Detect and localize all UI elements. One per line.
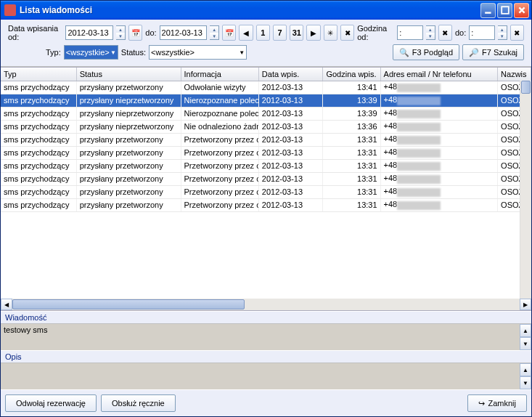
cell-godz: 13:39: [323, 107, 380, 120]
cell-data: 2012-03-13: [258, 94, 323, 107]
calendar-to-icon[interactable]: 📅: [222, 25, 236, 41]
cell-info: Przetworzony przez o: [181, 172, 258, 185]
toolbar: Data wpisania od: 2012-03-13 ▲▼ 📅 do: 20…: [1, 20, 531, 67]
cell-godz: 13:31: [323, 146, 380, 159]
bottom-toolbar: Odwołaj rezerwację Obsłuż ręcznie ↪Zamkn…: [1, 389, 531, 416]
date-to-input[interactable]: 2012-03-13: [160, 25, 208, 40]
cell-godz: 13:41: [323, 81, 380, 94]
table-row[interactable]: sms przychodzącyprzysłany przetworzonyPr…: [1, 159, 531, 172]
opis-section-body: ▲▼: [1, 363, 531, 389]
calendar-from-icon[interactable]: 📅: [128, 25, 142, 41]
table-row[interactable]: sms przychodzącyprzysłany nieprzetworzon…: [1, 107, 531, 120]
clear-time-from-icon[interactable]: ✖: [438, 25, 452, 41]
col-header-info[interactable]: Informacja: [181, 68, 258, 81]
date-from-input[interactable]: 2012-03-13: [65, 25, 113, 40]
minimize-button[interactable]: [480, 3, 496, 18]
type-combo[interactable]: <wszystkie>▼: [64, 45, 118, 60]
opis-scrollbar[interactable]: ▲▼: [520, 363, 531, 389]
clear-time-to-icon[interactable]: ✖: [510, 25, 524, 41]
table-row[interactable]: sms przychodzącyprzysłany przetworzonyOd…: [1, 81, 531, 94]
opis-section-label: Opis: [1, 350, 531, 363]
col-header-godz[interactable]: Godzina wpis.: [323, 68, 380, 81]
cell-typ: sms przychodzący: [1, 81, 76, 94]
cell-adres: +48: [380, 159, 498, 172]
cell-typ: sms przychodzący: [1, 172, 76, 185]
prev-icon[interactable]: ◀: [239, 25, 253, 41]
range-7-icon[interactable]: 7: [273, 25, 287, 41]
cell-typ: sms przychodzący: [1, 198, 76, 211]
svg-rect-0: [485, 12, 491, 13]
table-row[interactable]: sms przychodzącyprzysłany nieprzetworzon…: [1, 120, 531, 133]
vertical-scrollbar[interactable]: [520, 81, 531, 299]
preview-button[interactable]: 🔍F3 Podgląd: [393, 44, 459, 60]
table-row[interactable]: sms przychodzącyprzysłany przetworzonyPr…: [1, 146, 531, 159]
cell-adres: +48: [380, 146, 498, 159]
cell-status: przysłany przetworzony: [76, 185, 181, 198]
cancel-reservation-button[interactable]: Odwołaj rezerwację: [5, 394, 97, 412]
cell-godz: 13:31: [323, 185, 380, 198]
app-icon: [4, 4, 16, 16]
cell-status: przysłany przetworzony: [76, 172, 181, 185]
cell-adres: +48: [380, 185, 498, 198]
date-from-spinner[interactable]: ▲▼: [116, 25, 126, 40]
cell-status: przysłany przetworzony: [76, 198, 181, 211]
date-to-label: do:: [145, 28, 156, 37]
exit-icon: ↪: [478, 399, 485, 408]
time-to-input[interactable]: :: [469, 25, 494, 40]
table-row[interactable]: sms przychodzącyprzysłany przetworzonyPr…: [1, 133, 531, 146]
cell-data: 2012-03-13: [258, 120, 323, 133]
col-header-adres[interactable]: Adres email / Nr telefonu: [380, 68, 498, 81]
cell-godz: 13:31: [323, 198, 380, 211]
cell-info: Przetworzony przez o: [181, 159, 258, 172]
star-icon[interactable]: ✳: [324, 25, 337, 41]
cell-data: 2012-03-13: [258, 159, 323, 172]
col-header-status[interactable]: Status: [76, 68, 181, 81]
cell-status: przysłany nieprzetworzony: [76, 120, 181, 133]
cell-data: 2012-03-13: [258, 185, 323, 198]
status-label: Status:: [121, 48, 146, 57]
clear-date-icon[interactable]: ✖: [340, 25, 354, 41]
scroll-right-icon[interactable]: ▶: [520, 299, 531, 310]
type-label: Typ:: [46, 48, 61, 57]
close-window-button[interactable]: ↪Zamknij: [467, 394, 527, 412]
table-row[interactable]: sms przychodzącyprzysłany przetworzonyPr…: [1, 198, 531, 211]
date-to-spinner[interactable]: ▲▼: [210, 25, 219, 40]
table-row[interactable]: sms przychodzącyprzysłany nieprzetworzon…: [1, 94, 531, 107]
cell-adres: +48: [380, 81, 498, 94]
cell-godz: 13:31: [323, 159, 380, 172]
handle-manual-button[interactable]: Obsłuż ręcznie: [101, 394, 176, 412]
search-button[interactable]: 🔎F7 Szukaj: [462, 44, 524, 60]
time-from-label: Godzina od:: [357, 24, 394, 41]
scroll-left-icon[interactable]: ◀: [1, 299, 12, 310]
cell-info: Odwołanie wizyty: [181, 81, 258, 94]
time-to-spinner[interactable]: ▲▼: [498, 25, 507, 40]
table-row[interactable]: sms przychodzącyprzysłany przetworzonyPr…: [1, 172, 531, 185]
time-from-spinner[interactable]: ▲▼: [426, 25, 435, 40]
window-title: Lista wiadomości: [20, 5, 480, 15]
col-header-nazw[interactable]: Nazwis: [498, 68, 531, 81]
cell-adres: +48: [380, 133, 498, 146]
wiadomosc-scrollbar[interactable]: ▲▼: [520, 324, 531, 350]
svg-rect-1: [502, 7, 509, 14]
cell-info: Nierozpoznane polec: [181, 94, 258, 107]
cell-typ: sms przychodzący: [1, 94, 76, 107]
cell-data: 2012-03-13: [258, 146, 323, 159]
cell-godz: 13:31: [323, 133, 380, 146]
cell-adres: +48: [380, 107, 498, 120]
horizontal-scrollbar[interactable]: ◀ ▶: [1, 299, 531, 310]
cell-typ: sms przychodzący: [1, 120, 76, 133]
cell-godz: 13:31: [323, 172, 380, 185]
col-header-data[interactable]: Data wpis.: [258, 68, 323, 81]
col-header-typ[interactable]: Typ: [1, 68, 76, 81]
message-grid[interactable]: Typ Status Informacja Data wpis. Godzina…: [1, 68, 531, 299]
range-31-icon[interactable]: 31: [290, 25, 303, 41]
table-row[interactable]: sms przychodzącyprzysłany przetworzonyPr…: [1, 185, 531, 198]
title-bar: Lista wiadomości: [1, 1, 531, 20]
cell-status: przysłany przetworzony: [76, 81, 181, 94]
close-button[interactable]: [514, 3, 529, 18]
time-from-input[interactable]: :: [397, 25, 422, 40]
status-combo[interactable]: <wszystkie>▼: [149, 45, 247, 60]
range-1-icon[interactable]: 1: [256, 25, 270, 41]
maximize-button[interactable]: [497, 3, 512, 18]
next-icon[interactable]: ▶: [306, 25, 320, 41]
